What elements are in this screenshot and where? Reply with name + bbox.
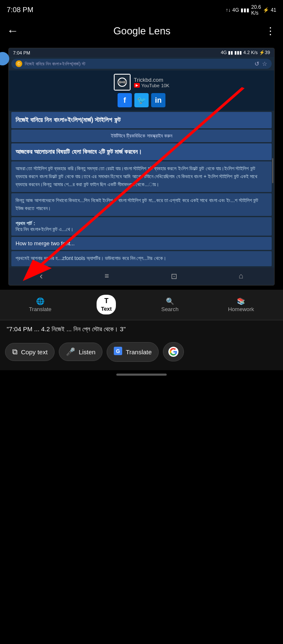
how-to-block: How to merge two font... (11, 237, 272, 250)
translate-button[interactable]: G Translate (107, 342, 159, 362)
homework-tab-label: Homework (228, 306, 254, 312)
inner-menu-button[interactable]: ≡ (105, 272, 109, 280)
charge-icon: ⚡ (263, 7, 269, 13)
copy-text-button[interactable]: ⧉ Copy text (5, 343, 55, 361)
tab-homework[interactable]: 📚 Homework (224, 295, 258, 315)
part-text: নিয়ে নিন বাংলা+ইংলিশ ফন্ট এ...থে। (16, 226, 73, 232)
search-tab-label: Search (161, 306, 178, 312)
part-block: প্রথম পার্ট : নিয়ে নিন বাংলা+ইংলিশ ফন্ট… (11, 217, 272, 236)
site-logo (114, 74, 131, 91)
address-bar[interactable]: © নিজেই বানিয়ে নিন বাংলা+ইংলিশ(মার্জ) স… (11, 59, 272, 69)
listen-label: Listen (79, 348, 95, 356)
body1-block: আমরা তো স্টাইলিশ ফন্ট ব্যবহার করি।কিন্তু… (11, 161, 272, 192)
inner-time: 7:04 PM (13, 50, 30, 55)
speed-indicator: 20.6K/s (251, 4, 261, 16)
social-icons: f 🐦 in (118, 93, 165, 107)
inner-network: 4G ▮▮ ▮▮▮ 4.2 K/s ⚡39 (221, 50, 270, 55)
inner-tabs-button[interactable]: ⊡ (171, 272, 177, 281)
url-text: নিজেই বানিয়ে নিন বাংলা+ইংলিশ(মার্জ) স্ট (25, 61, 252, 67)
site-name: Trickbd.com (134, 77, 170, 83)
page-title: Google Lens (113, 25, 170, 37)
top-title-block: নিজেই বানিয়ে নিন বাংলা+ইংলিশ(মার্জ) স্ট… (11, 112, 272, 128)
home-bar (116, 374, 167, 376)
bookmark-button[interactable]: ☆ (262, 60, 267, 67)
copy-icon: ⧉ (12, 348, 18, 356)
yt-icon: ▶ (134, 83, 140, 88)
text-tab-label: Text (101, 306, 112, 312)
svg-text:G: G (116, 348, 120, 354)
app-header: ← Google Lens ⋮ (0, 18, 283, 44)
google-g-icon (168, 347, 178, 357)
action-buttons: ⧉ Copy text 🎤 Listen G Translate (0, 338, 283, 370)
translate-icon: G (114, 347, 122, 357)
inner-nav: ‹ ≡ ⊡ ⌂ (9, 267, 274, 285)
screenshot-container: 7:04 PM 4G ▮▮ ▮▮▮ 4.2 K/s ⚡39 © নিজেই বা… (0, 44, 283, 290)
status-icons: ↑↓ 4G ▮▮▮ 20.6K/s ⚡ 41 (225, 4, 276, 16)
recognized-text-bar: "7:04 PM ... 4.2 নিজেই ... নিন প্লে স্টো… (0, 320, 283, 338)
home-indicator (0, 370, 283, 379)
homework-tab-icon: 📚 (237, 297, 245, 305)
blue-dot-indicator (0, 52, 9, 65)
inner-back-button[interactable]: ‹ (40, 271, 43, 282)
twitter-icon[interactable]: 🐦 (134, 93, 149, 107)
back-button[interactable]: ← (7, 24, 18, 38)
google-search-button[interactable] (163, 342, 184, 361)
first-step-block: প্রথমেই আপনার দরকার হ...zfont tools অ্যা… (11, 251, 272, 266)
tab-text[interactable]: T Text (97, 295, 116, 314)
reload-button[interactable]: ↺ (254, 60, 259, 67)
search-tab-icon: 🔍 (166, 297, 174, 305)
tabs-section: 🌐 Translate T Text 🔍 Search 📚 Homework (0, 290, 283, 320)
translate-action-label: Translate (126, 348, 152, 356)
translate-tab-icon: 🌐 (36, 297, 45, 305)
part-label: প্রথম পার্ট : (16, 221, 35, 226)
inner-home-button[interactable]: ⌂ (239, 272, 244, 280)
copy-text-label: Copy text (21, 348, 47, 356)
listen-button[interactable]: 🎤 Listen (59, 343, 102, 361)
view-count: 10K (161, 83, 170, 88)
site-header: Trickbd.com ▶ YouTube 10K f 🐦 in (9, 70, 274, 111)
body2-block: কিন্তু আজ আপনাদেরকে শিখাবো কিভাবে...পিন … (11, 193, 272, 216)
text-tab-icon: T (104, 297, 108, 305)
site-brand: Trickbd.com ▶ YouTube 10K (114, 74, 170, 91)
status-time: 7:08 PM (7, 6, 33, 14)
youtube-label: YouTube (142, 83, 160, 88)
wifi-bars: ▮▮▮ (241, 7, 249, 13)
youtube-badge: ▶ YouTube 10K (134, 83, 170, 88)
facebook-icon[interactable]: f (118, 93, 132, 107)
site-icon: © (16, 60, 22, 67)
linkedin-icon[interactable]: in (151, 93, 165, 107)
listen-icon: 🎤 (66, 347, 75, 356)
status-bar: 7:08 PM ↑↓ 4G ▮▮▮ 20.6K/s ⚡ 41 (0, 0, 283, 18)
phone-screenshot: 7:04 PM 4G ▮▮ ▮▮▮ 4.2 K/s ⚡39 © নিজেই বা… (8, 48, 275, 286)
scroll-indicator (272, 158, 273, 183)
subscribe-block: ইউটিউবে ট্রিকবিডিকে সাবস্ক্রাইব করুন (11, 130, 272, 142)
more-options-button[interactable]: ⋮ (265, 25, 276, 37)
network-icon: 4G (232, 7, 239, 13)
svg-rect-4 (119, 81, 126, 83)
translate-tab-label: Translate (29, 306, 52, 312)
inner-status-bar: 7:04 PM 4G ▮▮ ▮▮▮ 4.2 K/s ⚡39 (9, 48, 274, 57)
tab-search[interactable]: 🔍 Search (157, 295, 183, 315)
selected-content: নিজেই বানিয়ে নিন বাংলা+ইংলিশ(মার্জ) স্ট… (9, 112, 274, 266)
battery-level: 41 (271, 7, 276, 13)
tab-translate[interactable]: 🌐 Translate (25, 295, 56, 315)
main-heading-block: আজকের আলোচনার বিষয়টি হেলা কিভাবে ২টি ফন… (11, 143, 272, 160)
signal-icon: ↑↓ (225, 7, 231, 13)
recognized-text: "7:04 PM ... 4.2 নিজেই ... নিন প্লে স্টো… (7, 325, 126, 332)
